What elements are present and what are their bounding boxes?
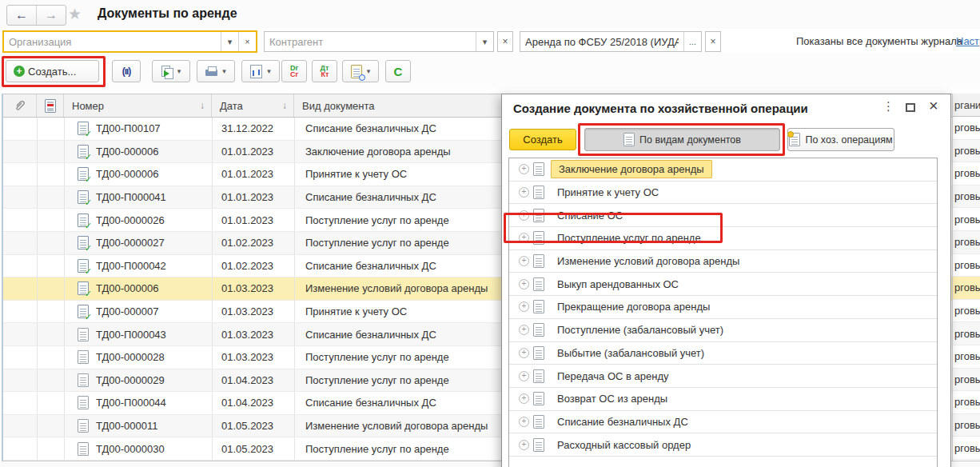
- expand-plus-icon[interactable]: +: [519, 417, 529, 427]
- refresh-button[interactable]: C: [385, 60, 411, 82]
- document-number: ТД00-000007: [96, 305, 158, 317]
- refresh-icon: C: [394, 65, 403, 78]
- create-button[interactable]: + Создать...: [6, 60, 99, 82]
- journal-type-choose-button[interactable]: ...: [683, 32, 701, 51]
- document-icon: [533, 209, 544, 222]
- document-icon: [533, 438, 544, 452]
- doc-type-list-item[interactable]: +Поступление услуг по аренде: [509, 227, 937, 250]
- column-divider: [212, 346, 213, 369]
- chevron-down-icon: ▾: [267, 67, 271, 75]
- expand-plus-icon[interactable]: +: [519, 256, 529, 266]
- expand-plus-icon[interactable]: +: [519, 348, 529, 358]
- document-icon: [533, 186, 544, 199]
- doc-type-list-item[interactable]: +Изменение условий договора аренды: [509, 250, 937, 273]
- accounting-flag-column-header[interactable]: [37, 94, 64, 117]
- doc-type-column-label: Вид документа: [302, 100, 375, 112]
- document-icon: [533, 415, 544, 429]
- organization-cell-clipped[interactable]: рговы: [953, 140, 980, 163]
- back-button[interactable]: ←: [7, 6, 37, 25]
- tab-by-document-types-label: По видам документов: [639, 134, 741, 146]
- expand-plus-icon[interactable]: +: [519, 371, 529, 381]
- document-icon: [533, 231, 544, 245]
- show-postings-drcr-button[interactable]: DrCr: [281, 60, 307, 82]
- column-divider: [212, 437, 213, 460]
- doc-type-list-item[interactable]: +Возврат ОС из аренды: [509, 388, 937, 411]
- doc-type-list-item[interactable]: +Расходный кассовый ордер: [509, 433, 937, 457]
- tab-by-document-types[interactable]: По видам документов: [584, 128, 780, 151]
- organization-cell-clipped[interactable]: рговы: [953, 208, 980, 231]
- doc-type-list-item[interactable]: +Выбытие (забалансовый учет): [509, 342, 937, 365]
- counterparty-input[interactable]: [265, 32, 476, 51]
- column-divider: [294, 209, 295, 231]
- organization-cell-clipped[interactable]: рговы: [953, 345, 980, 369]
- attachments-column-header[interactable]: [3, 94, 37, 117]
- expand-plus-icon[interactable]: +: [519, 393, 529, 404]
- expand-plus-icon[interactable]: +: [519, 279, 529, 289]
- organization-dropdown-button[interactable]: ▾: [221, 32, 238, 51]
- maximize-icon[interactable]: [906, 103, 915, 112]
- expand-plus-icon[interactable]: +: [519, 233, 529, 243]
- create-based-on-button[interactable]: ▾: [152, 60, 190, 82]
- date-column-header[interactable]: Дата ↓: [212, 94, 294, 117]
- kebab-menu-icon[interactable]: ⋮: [882, 99, 894, 114]
- counterparty-dropdown-button[interactable]: ▾: [476, 32, 493, 51]
- dialog-create-button[interactable]: Создать: [509, 129, 576, 150]
- doc-type-list-item[interactable]: +Заключение договора аренды: [509, 158, 937, 182]
- organization-clear-button[interactable]: ×: [238, 32, 256, 51]
- column-divider: [294, 163, 295, 186]
- scheduled-documents-button[interactable]: ▾: [342, 60, 379, 82]
- column-divider: [212, 118, 213, 140]
- number-column-header[interactable]: Номер ↓: [64, 94, 212, 117]
- close-icon[interactable]: ×: [929, 97, 938, 115]
- doc-type-list-item[interactable]: +Выкуп арендованных ОС: [509, 273, 937, 296]
- document-number: ТД00-000011: [96, 420, 158, 432]
- back-arrow-icon: ←: [15, 8, 28, 22]
- journal-type-clear-button[interactable]: ×: [705, 31, 721, 52]
- organization-cell-clipped[interactable]: рговы: [953, 300, 980, 323]
- tab-by-operations[interactable]: По хоз. операциям: [787, 128, 894, 151]
- organization-cell-clipped[interactable]: рговы: [953, 369, 980, 392]
- expand-plus-icon[interactable]: +: [519, 301, 529, 312]
- organization-cell-clipped[interactable]: рговы: [953, 254, 980, 277]
- cell-date: 01.02.2023: [221, 255, 292, 277]
- organization-input[interactable]: [4, 32, 221, 51]
- favorite-star-icon[interactable]: ★: [68, 5, 82, 23]
- print-button[interactable]: ▾: [197, 60, 235, 82]
- organization-cell-clipped[interactable]: рговы: [953, 322, 980, 345]
- document-icon: [533, 369, 544, 383]
- document-icon: [533, 162, 544, 176]
- journal-type-input[interactable]: [520, 32, 683, 51]
- column-divider: [64, 232, 65, 254]
- doc-type-list-item[interactable]: +Списание безналичных ДС: [509, 411, 937, 434]
- forward-button[interactable]: →: [37, 6, 66, 25]
- column-divider: [212, 369, 213, 392]
- expand-plus-icon[interactable]: +: [519, 325, 529, 335]
- reports-button[interactable]: ▾: [241, 60, 280, 82]
- edo-exchange-button[interactable]: (ιι): [112, 60, 141, 82]
- document-number: ТД00-0000026: [96, 214, 165, 226]
- organization-cell-clipped[interactable]: рговы: [953, 414, 980, 437]
- organization-cell-clipped[interactable]: рговы: [953, 162, 980, 186]
- doc-type-list-item[interactable]: +Прекращение договора аренды: [509, 296, 937, 319]
- organization-cell-clipped[interactable]: рговы: [953, 117, 980, 140]
- organization-column-header[interactable]: ргани: [953, 94, 980, 117]
- expand-plus-icon[interactable]: +: [519, 164, 529, 174]
- document-number: ТД00-000006: [96, 282, 158, 294]
- doc-type-list-item[interactable]: +Принятие к учету ОС: [509, 182, 937, 205]
- doc-type-list-item[interactable]: +Списание ОС: [509, 204, 937, 227]
- show-postings-dtkt-button[interactable]: ДтКт: [312, 60, 337, 82]
- column-divider: [37, 323, 38, 345]
- expand-plus-icon[interactable]: +: [519, 187, 529, 198]
- counterparty-clear-button[interactable]: ×: [497, 31, 513, 52]
- expand-plus-icon[interactable]: +: [519, 210, 529, 221]
- organization-cell-clipped[interactable]: рговы: [953, 231, 980, 254]
- doc-type-list-item[interactable]: +Передача ОС в аренду: [509, 365, 937, 388]
- configure-list-link[interactable]: Настроить: [956, 35, 980, 47]
- column-divider: [37, 209, 38, 231]
- organization-cell-clipped[interactable]: рговы: [953, 391, 980, 414]
- organization-cell-clipped[interactable]: рговы: [953, 277, 980, 300]
- doc-type-list-item[interactable]: +Поступление (забалансовый учет): [509, 319, 937, 342]
- expand-plus-icon[interactable]: +: [519, 440, 529, 450]
- organization-cell-clipped[interactable]: рговы: [953, 437, 980, 460]
- organization-cell-clipped[interactable]: рговы: [953, 186, 980, 209]
